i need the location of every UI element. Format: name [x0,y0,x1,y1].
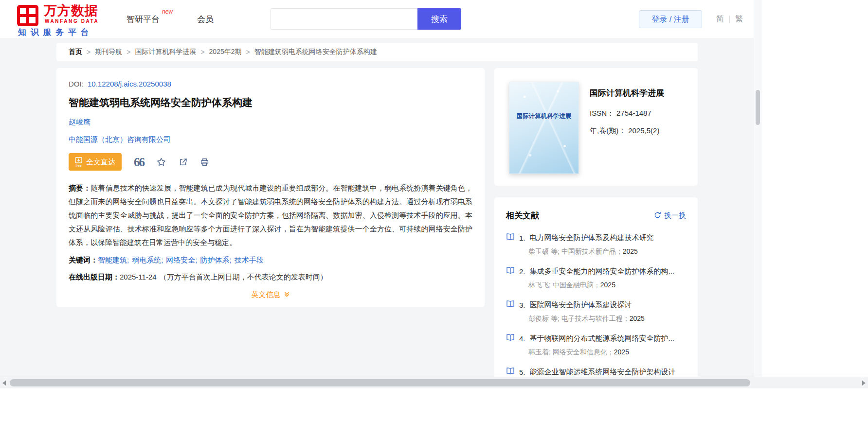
breadcrumb-separator: > [127,48,130,56]
journal-cover-image[interactable]: 国际计算机科学进展 [509,82,579,174]
nav-item-member[interactable]: 会员 [197,14,214,25]
keyword-link[interactable]: 防护体系 [200,256,230,264]
related-item-title-row: 3. 医院网络安全防护体系建设探讨 [506,300,686,310]
related-item-year: 2025 [614,348,629,356]
breadcrumb-item[interactable]: 首页 [69,48,82,56]
browser-viewport: 万方数据 WANFANG DATA 知 识 服 务 平 台 智研平台 new 会… [0,0,868,437]
related-item-title-row: 4. 基于物联网的分布式能源系统网络安全防护... [506,333,686,343]
keyword-link[interactable]: 智能建筑 [98,256,127,264]
publish-date-row: 在线出版日期：2025-11-24（万方平台首次上网日期，不代表论文的发表时间） [69,273,472,282]
free-badge-label: free [75,164,81,167]
new-badge: new [162,8,173,15]
english-info-label: 英文信息 [252,290,281,299]
journal-info: 国际计算机科学进展 ISSN：2754-1487 年,卷(期)：2025,5(2… [590,82,664,186]
doi-row: DOI: 10.12208/j.aics.20250038 [69,80,472,88]
fulltext-access-button[interactable]: free 全文直达 [69,153,122,171]
lang-simplified[interactable]: 简 [716,14,724,24]
keyword-separator: ; [127,256,129,264]
nav-item-research-platform[interactable]: 智研平台 new [127,14,160,25]
related-item-title-row: 1. 电力网络安全防护体系及构建技术研究 [506,233,686,243]
journal-issn-row: ISSN：2754-1487 [590,109,664,118]
scroll-right-arrow-icon[interactable] [862,381,866,385]
article-title: 智能建筑弱电系统网络安全防护体系构建 [69,96,472,109]
scroll-left-arrow-icon[interactable] [2,381,6,385]
related-item-title[interactable]: 集成多重安全能力的网络安全防护体系的构... [530,267,675,276]
print-icon[interactable] [200,157,209,167]
share-export-icon[interactable] [179,157,188,167]
nav-item-label: 会员 [197,15,214,24]
related-item-number: 5. [519,368,525,376]
breadcrumb: > 首页 > 期刊导航 > 国际计算机科学进展 > 2025年2期 > 智能建筑… [56,43,698,61]
breadcrumb-crumb: > 2025年2期 [196,48,241,56]
keyword: 网络安全; [166,256,200,264]
vertical-scrollbar[interactable] [754,0,762,377]
related-item-year: 2025 [630,315,645,322]
journal-volume-row: 年,卷(期)：2025,5(2) [590,126,664,136]
free-document-icon: free [75,157,82,167]
keywords-list: 智能建筑;弱电系统;网络安全;防护体系;技术手段; [98,256,264,264]
keyword-link[interactable]: 弱电系统 [132,256,161,264]
book-icon [506,233,515,243]
related-item-title[interactable]: 医院网络安全防护体系建设探讨 [530,300,632,310]
keywords-row: 关键词：智能建筑;弱电系统;网络安全;防护体系;技术手段; [69,256,472,265]
site-header: 万方数据 WANFANG DATA 知 识 服 务 平 台 智研平台 new 会… [0,0,754,38]
wanfang-logo[interactable]: 万方数据 WANFANG DATA 知 识 服 务 平 台 [17,3,114,36]
publish-date-note: （万方平台首次上网日期，不代表论文的发表时间） [160,273,327,281]
refresh-related-button[interactable]: 换一换 [654,211,686,220]
related-item-meta: 韩玉着; 网络安全和信息化； [528,348,614,356]
login-register-button[interactable]: 登录 / 注册 [639,10,702,28]
keyword: 智能建筑; [98,256,132,264]
related-item-title-row: 2. 集成多重安全能力的网络安全防护体系的构... [506,266,686,276]
breadcrumb-separator: > [87,48,90,56]
book-icon [506,367,515,377]
abstract-paragraph: 摘要：随着信息技术的快速发展，智能建筑已成为现代城市建设的重要组成部分。在智能建… [69,181,472,249]
publish-date-label: 在线出版日期： [69,273,120,281]
keyword-link[interactable]: 网络安全 [166,256,195,264]
search-input[interactable] [271,8,417,30]
english-info-toggle[interactable]: 英文信息 [69,290,472,299]
article-detail-card: DOI: 10.12208/j.aics.20250038 智能建筑弱电系统网络… [56,68,485,307]
favorite-star-icon[interactable] [156,157,166,167]
keyword-separator: ; [161,256,163,264]
search-button[interactable]: 搜索 [417,8,461,30]
article-affiliation-link[interactable]: 中能国源（北京）咨询有限公司 [69,135,472,144]
vertical-scrollbar-thumb[interactable] [756,90,760,125]
refresh-label: 换一换 [664,211,686,220]
keyword-link[interactable]: 技术手段 [235,256,264,264]
keyword: 防护体系; [200,256,235,264]
related-item-title[interactable]: 能源企业智能运维系统网络安全防护架构设计 [530,367,676,377]
breadcrumb-item[interactable]: 2025年2期 [209,48,242,56]
doi-label: DOI: [69,80,84,88]
breadcrumb-crumb: > 国际计算机科学进展 [122,48,196,56]
related-item-meta-row: 林飞飞; 中国金融电脑；2025 [528,281,686,290]
breadcrumb-item[interactable]: 智能建筑弱电系统网络安全防护体系构建 [254,48,377,56]
journal-cover-title: 国际计算机科学进展 [509,112,579,121]
search-bar: 搜索 [271,8,461,30]
related-literature-card: 相关文献 换一换 [494,197,698,392]
brand-tagline: 知 识 服 务 平 台 [18,27,90,38]
breadcrumb-item[interactable]: 期刊导航 [95,48,122,56]
horizontal-scrollbar[interactable] [0,377,868,388]
fulltext-button-label: 全文直达 [86,157,115,167]
related-header: 相关文献 换一换 [506,210,686,221]
journal-info-card: 国际计算机科学进展 国际计算机科学进展 ISSN：2754-1487 年,卷(期… [494,68,698,186]
article-author-link[interactable]: 赵峻鹰 [69,118,472,127]
related-item-meta: 林飞飞; 中国金融电脑； [528,281,600,289]
book-icon [506,300,515,310]
related-list-item: 4. 基于物联网的分布式能源系统网络安全防护... 韩玉着; 网络安全和信息化；… [506,333,686,357]
horizontal-scrollbar-thumb[interactable] [10,379,750,386]
keyword: 弱电系统; [132,256,166,264]
related-list-item: 5. 能源企业智能运维系统网络安全防护架构设计 [506,367,686,377]
right-gutter [761,0,868,437]
doi-link[interactable]: 10.12208/j.aics.20250038 [88,80,171,88]
breadcrumb-item[interactable]: 国际计算机科学进展 [135,48,196,56]
journal-name-link[interactable]: 国际计算机科学进展 [590,87,664,99]
breadcrumb-crumb: > 期刊导航 [82,48,122,56]
related-item-title[interactable]: 电力网络安全防护体系及构建技术研究 [530,233,654,243]
breadcrumb-separator: > [246,48,250,56]
lang-traditional[interactable]: 繁 [735,14,743,24]
related-title: 相关文献 [506,210,539,221]
cite-quote-icon[interactable]: 66 [134,156,144,168]
related-item-title[interactable]: 基于物联网的分布式能源系统网络安全防护... [530,334,675,343]
related-item-number: 3. [519,301,525,309]
